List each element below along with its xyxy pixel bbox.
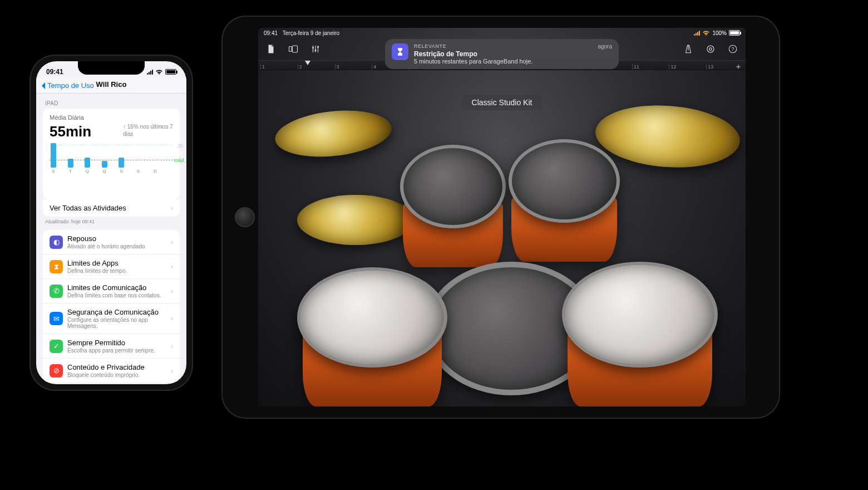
svg-text:?: ?	[731, 46, 734, 52]
ipad-status-left: 09:41 Terça-feira 9 de janeiro	[264, 30, 339, 36]
settings-row-title: Segurança de Comunicação	[67, 308, 166, 316]
ruler-mark: 3	[335, 64, 372, 70]
chart-bar: D	[151, 168, 159, 174]
settings-button[interactable]	[703, 42, 718, 56]
ruler-mark: 2	[298, 64, 335, 70]
notification-time: agora	[598, 43, 612, 50]
status-time: 09:41	[46, 68, 63, 76]
notification-title: Restrição de Tempo	[414, 50, 612, 58]
drum-kit-selector[interactable]: Classic Studio Kit	[462, 95, 542, 110]
help-button[interactable]: ?	[726, 42, 740, 56]
wifi-icon	[702, 30, 710, 36]
chevron-right-icon: ›	[171, 263, 173, 271]
axis-top-label: 2h	[177, 143, 183, 149]
chevron-right-icon: ›	[171, 287, 173, 295]
ipad-status-date: Terça-feira 9 de janeiro	[283, 30, 339, 36]
drum-kit-label: Classic Studio Kit	[472, 98, 532, 107]
status-icons	[147, 69, 176, 75]
settings-row[interactable]: ◐ Repouso Ativado até o horário agendado…	[43, 230, 180, 254]
playhead-icon[interactable]	[305, 61, 310, 65]
home-button[interactable]	[235, 207, 255, 227]
settings-row-text: Repouso Ativado até o horário agendado	[67, 234, 166, 249]
settings-row-icon: ✆	[50, 285, 63, 298]
settings-row-icon: ⊘	[50, 364, 63, 378]
battery-percent: 100%	[712, 30, 727, 36]
screen-time-notification[interactable]: RELEVANTE agora Restrição de Tempo 5 min…	[385, 39, 619, 69]
ruler-mark: 1	[260, 64, 298, 70]
screentime-settings-list: ◐ Repouso Ativado até o horário agendado…	[43, 230, 180, 383]
settings-row-text: Sempre Permitido Escolha apps para permi…	[67, 339, 166, 354]
tom-1[interactable]	[400, 145, 506, 228]
settings-row-text: Limites de Apps Defina limites de tempo.	[67, 259, 166, 274]
settings-row-title: Limites de Comunicação	[67, 283, 166, 292]
wifi-icon	[155, 69, 163, 75]
svg-point-2	[312, 47, 314, 48]
notification-message: 5 minutos restantes para GarageBand hoje…	[414, 58, 612, 65]
daily-average-card[interactable]: Média Diária 55min 16% nos últimos 7 dia…	[43, 109, 180, 199]
snare-drum[interactable]	[297, 267, 447, 367]
tom-2[interactable]	[509, 139, 620, 223]
notification-body: RELEVANTE agora Restrição de Tempo 5 min…	[414, 43, 612, 65]
settings-row-icon: ✉	[50, 312, 63, 325]
chart-bar: T	[67, 159, 75, 174]
svg-rect-0	[289, 47, 292, 52]
settings-row-icon: ⧗	[50, 260, 63, 273]
nav-back-button[interactable]: Tempo de Uso	[41, 81, 94, 90]
ipad-status-time: 09:41	[264, 30, 278, 36]
bars-row: STQQSSD	[50, 146, 173, 174]
svg-point-3	[315, 50, 317, 51]
crash-cymbal-left[interactable]	[297, 195, 414, 245]
settings-row-title: Sempre Permitido	[67, 339, 166, 347]
chart-bar: S	[117, 158, 125, 174]
chart-bar: S	[50, 143, 57, 174]
battery-icon	[729, 30, 740, 36]
chevron-right-icon: ›	[171, 342, 173, 350]
settings-row-subtitle: Defina limites com base nos contatos.	[67, 292, 166, 298]
browser-button[interactable]	[286, 42, 300, 56]
settings-row-icon: ✓	[50, 340, 63, 353]
see-all-row-container: Ver Todas as Atividades ›	[43, 199, 180, 217]
metronome-button[interactable]	[681, 42, 696, 56]
see-all-activities[interactable]: Ver Todas as Atividades ›	[43, 199, 180, 217]
ipad-status-bar: 09:41 Terça-feira 9 de janeiro 100%	[258, 28, 746, 38]
hourglass-icon	[392, 43, 408, 60]
settings-row-subtitle: Configure as orientações no app Mensagen…	[67, 317, 166, 329]
add-section-button[interactable]: ＋	[734, 62, 742, 72]
nav-bar: Tempo de Uso Will Rico	[36, 78, 186, 94]
ride-cymbal[interactable]	[593, 101, 742, 172]
chevron-right-icon: ›	[171, 367, 173, 375]
settings-row-subtitle: Ativado até o horário agendado	[67, 243, 166, 249]
card-label: Média Diária	[50, 114, 173, 121]
hi-hat-cymbal[interactable]	[273, 105, 393, 162]
nav-back-label: Tempo de Uso	[47, 81, 94, 90]
floor-tom[interactable]	[562, 262, 718, 367]
settings-row-text: Segurança de Comunicação Configure as or…	[67, 308, 166, 329]
chart-bar: Q	[83, 158, 91, 174]
chevron-right-icon: ›	[171, 315, 173, 322]
section-header: IPAD	[36, 94, 186, 109]
ipad-screen: 09:41 Terça-feira 9 de janeiro 100%	[258, 28, 746, 406]
card-trend: 16% nos últimos 7 dias	[123, 123, 173, 138]
settings-row[interactable]: ⧗ Limites de Apps Defina limites de temp…	[43, 254, 180, 279]
notification-category: RELEVANTE	[414, 43, 446, 50]
updated-timestamp: Atualizado: hoje 09:41	[36, 217, 186, 230]
track-controls-button[interactable]	[308, 42, 323, 56]
settings-row-text: Limites de Comunicação Defina limites co…	[67, 283, 166, 298]
chevron-right-icon: ›	[171, 238, 173, 246]
settings-row[interactable]: ✉ Segurança de Comunicação Configure as …	[43, 303, 180, 334]
settings-row[interactable]: ✆ Limites de Comunicação Defina limites …	[43, 279, 180, 303]
my-songs-button[interactable]	[264, 42, 278, 56]
chevron-right-icon: ›	[171, 204, 173, 212]
ruler-mark: 12	[669, 64, 706, 70]
settings-row-title: Limites de Apps	[67, 259, 166, 267]
svg-point-4	[317, 46, 319, 48]
ipad-status-right: 100%	[694, 30, 740, 36]
signal-icon	[694, 30, 700, 36]
settings-row[interactable]: ✓ Sempre Permitido Escolha apps para per…	[43, 334, 180, 359]
settings-row-subtitle: Escolha apps para permitir sempre.	[67, 347, 166, 354]
settings-row-title: Conteúdo e Privacidade	[67, 363, 166, 371]
usage-bar-chart: 2h méd. STQQSSD	[50, 145, 173, 180]
settings-row-text: Conteúdo e Privacidade Bloqueie conteúdo…	[67, 363, 166, 378]
ipad-device: 09:41 Terça-feira 9 de janeiro 100%	[223, 17, 779, 418]
settings-row[interactable]: ⊘ Conteúdo e Privacidade Bloqueie conteú…	[43, 359, 180, 383]
